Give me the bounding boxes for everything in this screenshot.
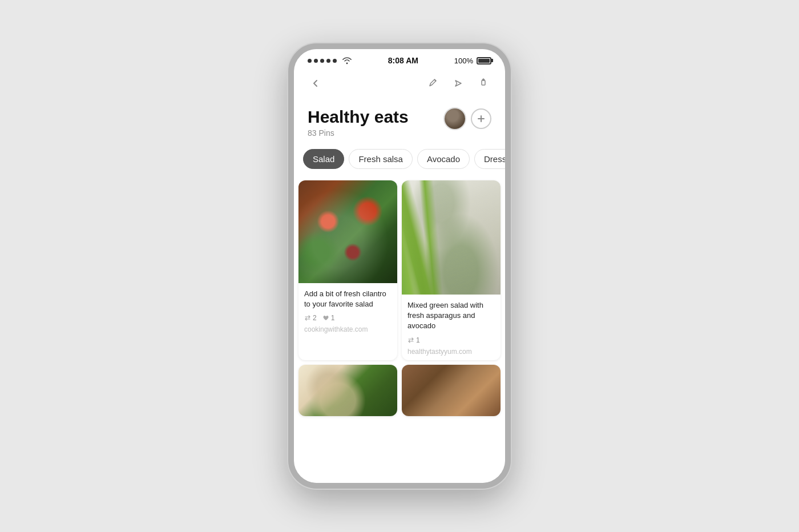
pin-title-salad: Add a bit of fresh cilantro to your favo…	[304, 289, 392, 309]
header-actions	[443, 107, 491, 130]
repin-count-salad: 2	[313, 314, 317, 322]
svg-rect-0	[482, 80, 485, 85]
battery-percentage: 100%	[454, 57, 473, 65]
pin-card-brown[interactable]	[402, 365, 501, 416]
pin-image-brown	[402, 365, 501, 416]
repin-icon-2	[407, 337, 414, 344]
status-bar: 8:08 AM 100%	[294, 49, 505, 68]
category-dressing[interactable]: Dressing	[474, 149, 505, 169]
category-avocado[interactable]: Avocado	[417, 149, 470, 169]
header-title-area: Healthy eats 83 Pins	[308, 107, 443, 138]
send-icon	[453, 78, 463, 88]
category-fresh-salsa[interactable]: Fresh salsa	[349, 149, 413, 169]
repin-count-asparagus: 1	[416, 336, 420, 344]
pin-info-asparagus: Mixed green salad with fresh asparagus a…	[402, 295, 501, 360]
add-collaborator-button[interactable]	[471, 108, 491, 129]
signal-dot-4	[326, 59, 330, 63]
pin-info-salad: Add a bit of fresh cilantro to your favo…	[298, 283, 397, 338]
pins-count: 83 Pins	[308, 128, 443, 138]
avatar-image	[445, 108, 465, 129]
pin-image-salad	[298, 180, 397, 283]
pin-title-asparagus: Mixed green salad with fresh asparagus a…	[407, 300, 495, 332]
pin-image-chinese	[298, 365, 397, 416]
phone-screen: 8:08 AM 100%	[294, 49, 505, 483]
toolbar	[294, 68, 505, 98]
pin-repins-salad: 2	[304, 314, 317, 322]
battery-fill	[478, 59, 490, 63]
pin-repins-asparagus: 1	[407, 336, 420, 344]
signal-dot-3	[320, 59, 324, 63]
status-time: 8:08 AM	[388, 56, 418, 65]
pin-url-asparagus: healthytastyyum.com	[407, 348, 495, 356]
signal-dot-2	[314, 59, 318, 63]
pins-grid: Add a bit of fresh cilantro to your favo…	[294, 176, 505, 483]
battery-icon	[477, 57, 491, 65]
signal-area	[308, 57, 352, 65]
signal-dot-5	[333, 59, 337, 63]
pin-card-chinese[interactable]	[298, 365, 397, 416]
pin-likes-salad: 1	[322, 314, 335, 322]
pencil-icon	[428, 78, 438, 88]
page-title: Healthy eats	[308, 107, 443, 126]
like-count-salad: 1	[331, 314, 335, 322]
signal-dot-1	[308, 59, 312, 63]
pin-meta-salad: 2 1	[304, 314, 392, 322]
toolbar-actions	[423, 73, 494, 94]
category-tabs: Salad Fresh salsa Avocado Dressing D	[294, 142, 505, 176]
share-icon	[478, 78, 489, 88]
share-button[interactable]	[473, 73, 494, 94]
plus-icon	[477, 114, 486, 123]
wifi-icon	[342, 57, 352, 65]
status-right: 100%	[454, 57, 491, 65]
pin-image-asparagus	[402, 180, 501, 295]
pin-url-salad: cookingwithkate.com	[304, 325, 392, 333]
repin-icon	[304, 315, 311, 321]
back-icon	[310, 78, 321, 88]
category-salad[interactable]: Salad	[303, 149, 344, 169]
pin-meta-asparagus: 1	[407, 336, 495, 344]
pin-card-asparagus[interactable]: Mixed green salad with fresh asparagus a…	[402, 180, 501, 360]
avatar[interactable]	[443, 107, 466, 130]
back-button[interactable]	[305, 73, 326, 94]
send-button[interactable]	[448, 73, 469, 94]
page-header: Healthy eats 83 Pins	[294, 98, 505, 142]
pin-card-salad[interactable]: Add a bit of fresh cilantro to your favo…	[298, 180, 397, 360]
heart-icon	[322, 315, 329, 321]
edit-button[interactable]	[423, 73, 443, 94]
phone-frame: 8:08 AM 100%	[288, 43, 511, 489]
